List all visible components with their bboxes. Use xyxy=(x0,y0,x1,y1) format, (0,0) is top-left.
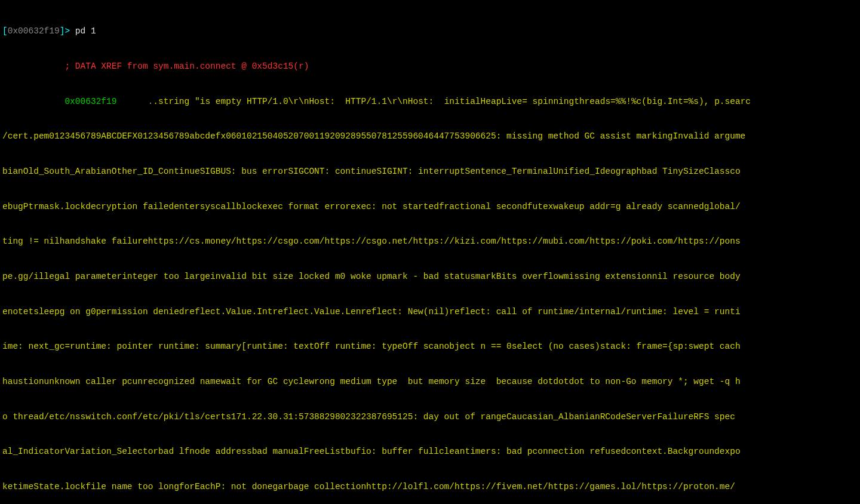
blob-line: ime: next_gc=runtime: pointer runtime: s… xyxy=(2,341,858,353)
blob-line: pe.gg/illegal parameterinteger too large… xyxy=(2,271,858,283)
string-line: 0x00632f19 ..string "is empty HTTP/1.0\r… xyxy=(2,96,858,108)
blob-line: haustionunknown caller pcunrecognized na… xyxy=(2,376,858,388)
blob-line: enotetsleepg on g0permission deniedrefle… xyxy=(2,306,858,318)
blob-line: al_IndicatorVariation_Selectorbad lfnode… xyxy=(2,446,858,458)
blob-line: /cert.pem0123456789ABCDEFX0123456789abcd… xyxy=(2,131,858,143)
xref-comment: ; DATA XREF from sym.main.connect @ 0x5d… xyxy=(2,61,858,73)
blob-line: o thread/etc/nsswitch.conf/etc/pki/tls/c… xyxy=(2,411,858,423)
prompt-line-pd: [0x00632f19]> pd 1 xyxy=(2,26,858,38)
terminal[interactable]: [0x00632f19]> pd 1 ; DATA XREF from sym.… xyxy=(0,0,860,504)
blob-line: bianOld_South_ArabianOther_ID_ContinueSI… xyxy=(2,166,858,178)
blob-line: ebugPtrmask.lockdecryption failedentersy… xyxy=(2,201,858,213)
blob-line: ting != nilhandshake failurehttps://cs.m… xyxy=(2,236,858,248)
blob-line: ketimeState.lockfile name too longforEac… xyxy=(2,481,858,493)
